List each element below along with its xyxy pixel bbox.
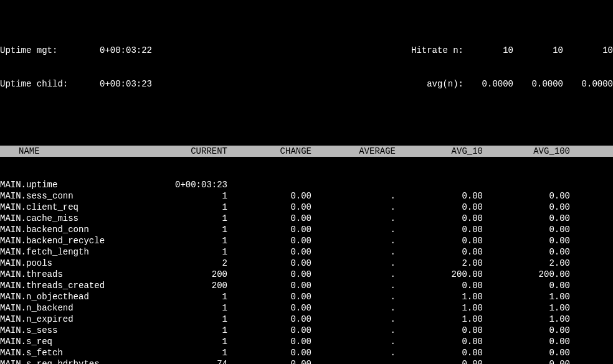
table-row[interactable]: MAIN.fetch_length10.00.0.000.00 [0, 246, 613, 258]
cell-name: MAIN.sess_conn [0, 190, 162, 202]
cell-name: MAIN.client_req [0, 202, 162, 213]
cell-avg10: 0.00 [396, 235, 483, 246]
cell-name: MAIN.uptime [0, 179, 162, 190]
cell-name: MAIN.threads_created [0, 280, 162, 291]
table-row[interactable]: MAIN.uptime0+00:03:23 [0, 179, 613, 190]
hitrate-n-label: Hitrate n: [389, 45, 463, 56]
table-row[interactable]: MAIN.pools20.00.2.002.00 [0, 258, 613, 269]
cell-average: . [311, 224, 396, 235]
cell-change: 0.00 [227, 213, 311, 224]
cell-avg100: 0.00 [483, 224, 570, 235]
table-row[interactable]: MAIN.sess_conn10.00.0.000.00 [0, 190, 613, 202]
cell-change: 0.00 [227, 224, 311, 235]
cell-avg100: 1.00 [483, 291, 570, 302]
cell-average: . [311, 336, 396, 347]
table-row[interactable]: MAIN.s_fetch10.00.0.000.00 [0, 347, 613, 358]
cell-name: MAIN.threads [0, 269, 162, 280]
uptime-child-row: Uptime child: 0+00:03:23 avg(n): 0.0000 … [0, 78, 613, 90]
uptime-mgt-row: Uptime mgt: 0+00:03:22 Hitrate n: 10 10 … [0, 45, 613, 56]
table-row[interactable]: MAIN.n_backend10.00.1.001.00 [0, 302, 613, 314]
cell-avg10: 0.00 [396, 336, 483, 347]
cell-avg10: 1.00 [396, 302, 483, 314]
cell-average: . [311, 302, 396, 314]
cell-current: 1 [162, 235, 227, 246]
cell-avg10: 0.00 [396, 190, 483, 202]
cell-avg10 [396, 179, 483, 190]
cell-change: 0.00 [227, 258, 311, 269]
table-row[interactable]: MAIN.threads2000.00.200.00200.00 [0, 269, 613, 280]
cell-average: . [311, 347, 396, 358]
hitrate-n-3: 10 [563, 45, 613, 56]
table-row[interactable]: MAIN.s_sess10.00.0.000.00 [0, 325, 613, 336]
cell-avg10: 1.00 [396, 291, 483, 302]
table-row[interactable]: MAIN.backend_recycle10.00.0.000.00 [0, 235, 613, 246]
cell-avg10: 0.00 [396, 224, 483, 235]
cell-avg10: 0.00 [396, 213, 483, 224]
cell-current: 1 [162, 314, 227, 325]
col-header-avg100: AVG_100 [483, 146, 570, 157]
table-row[interactable]: MAIN.client_req10.00.0.000.00 [0, 202, 613, 213]
cell-avg10: 0.00 [396, 325, 483, 336]
cell-change: 0.00 [227, 291, 311, 302]
cell-avg100: 0.00 [483, 213, 570, 224]
cell-change: 0.00 [227, 246, 311, 258]
hitrate-n-2: 10 [513, 45, 563, 56]
cell-avg100: 200.00 [483, 269, 570, 280]
cell-name: MAIN.s_sess [0, 325, 162, 336]
col-header-average: AVERAGE [311, 146, 396, 157]
cell-change [227, 179, 311, 190]
avg-n-3: 0.0000 [563, 78, 613, 90]
cell-avg10: 200.00 [396, 269, 483, 280]
cell-current: 74 [162, 358, 227, 364]
cell-avg100: 0.00 [483, 202, 570, 213]
cell-name: MAIN.backend_recycle [0, 235, 162, 246]
cell-name: MAIN.backend_conn [0, 224, 162, 235]
avg-n-label: avg(n): [389, 78, 463, 90]
cell-avg100: 0.00 [483, 347, 570, 358]
cell-name: MAIN.n_objecthead [0, 291, 162, 302]
hitrate-n-1: 10 [463, 45, 513, 56]
cell-change: 0.00 [227, 202, 311, 213]
col-header-current: CURRENT [162, 146, 227, 157]
cell-current: 1 [162, 246, 227, 258]
cell-avg100 [483, 179, 570, 190]
uptime-child-value: 0+00:03:23 [100, 78, 174, 90]
table-row[interactable]: MAIN.backend_conn10.00.0.000.00 [0, 224, 613, 235]
cell-current: 1 [162, 325, 227, 336]
column-header-bar: NAME CURRENT CHANGE AVERAGE AVG_10 AVG_1… [0, 146, 613, 157]
cell-current: 1 [162, 224, 227, 235]
table-row[interactable]: MAIN.s_req10.00.0.000.00 [0, 336, 613, 347]
cell-current: 1 [162, 213, 227, 224]
table-row[interactable]: MAIN.s_req_hdrbytes740.00.0.000.00 [0, 358, 613, 364]
cell-avg100: 0.00 [483, 280, 570, 291]
cell-average: . [311, 358, 396, 364]
cell-change: 0.00 [227, 336, 311, 347]
table-row[interactable]: MAIN.n_objecthead10.00.1.001.00 [0, 291, 613, 302]
cell-current: 1 [162, 336, 227, 347]
cell-current: 0+00:03:23 [162, 179, 227, 190]
cell-avg10: 0.00 [396, 280, 483, 291]
table-row[interactable]: MAIN.n_expired10.00.1.001.00 [0, 314, 613, 325]
cell-average: . [311, 235, 396, 246]
cell-average: . [311, 325, 396, 336]
cell-name: MAIN.pools [0, 258, 162, 269]
cell-avg100: 2.00 [483, 258, 570, 269]
cell-avg10: 2.00 [396, 258, 483, 269]
cell-avg100: 0.00 [483, 190, 570, 202]
cell-current: 200 [162, 269, 227, 280]
uptime-mgt-value: 0+00:03:22 [100, 45, 174, 56]
avg-n-1: 0.0000 [463, 78, 513, 90]
cell-name: MAIN.s_fetch [0, 347, 162, 358]
cell-change: 0.00 [227, 280, 311, 291]
cell-name: MAIN.n_expired [0, 314, 162, 325]
cell-name: MAIN.cache_miss [0, 213, 162, 224]
cell-avg10: 0.00 [396, 202, 483, 213]
table-row[interactable]: MAIN.threads_created2000.00.0.000.00 [0, 280, 613, 291]
stats-table[interactable]: MAIN.uptime0+00:03:23MAIN.sess_conn10.00… [0, 179, 613, 364]
cell-average: . [311, 202, 396, 213]
cell-current: 1 [162, 202, 227, 213]
cell-name: MAIN.n_backend [0, 302, 162, 314]
cell-average: . [311, 213, 396, 224]
cell-current: 2 [162, 258, 227, 269]
table-row[interactable]: MAIN.cache_miss10.00.0.000.00 [0, 213, 613, 224]
